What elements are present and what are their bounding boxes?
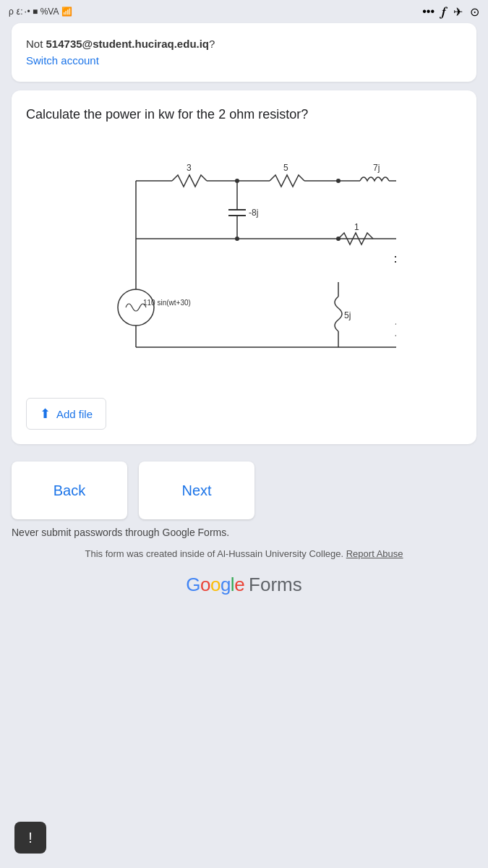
google-forms-logo: Google Forms	[12, 574, 476, 596]
svg-point-27	[118, 289, 154, 326]
svg-point-35	[235, 179, 239, 183]
svg-text:110 sin(wt+30): 110 sin(wt+30)	[143, 299, 191, 307]
top-bar-icons: ••• 𝒇 ✈ ⊙	[422, 4, 479, 20]
svg-point-36	[235, 237, 239, 241]
question-title: Calculate the power in kw for the 2 ohm …	[26, 105, 462, 124]
next-button[interactable]: Next	[139, 461, 254, 519]
status-text: ρ ٤:٠• ■ %VA	[9, 7, 59, 17]
google-text: Google	[186, 574, 244, 596]
add-file-button[interactable]: ⬆ Add file	[26, 398, 106, 430]
account-card: Not 514735@student.huciraq.edu.iq? Switc…	[12, 23, 476, 82]
camera-icon[interactable]: ⊙	[470, 5, 479, 19]
footer-warning: Never submit passwords through Google Fo…	[12, 527, 476, 538]
exclamation-icon: !	[28, 830, 33, 846]
svg-text:1: 1	[354, 222, 359, 232]
svg-point-37	[336, 179, 341, 183]
more-dots: •••	[422, 5, 435, 18]
chat-feedback-icon[interactable]: !	[14, 822, 46, 854]
account-not-text: Not 514735@student.huciraq.edu.iq?	[26, 38, 462, 50]
svg-point-38	[336, 237, 341, 241]
switch-account-link[interactable]: Switch account	[26, 54, 99, 67]
back-button[interactable]: Back	[12, 461, 127, 519]
send-icon[interactable]: ✈	[453, 5, 463, 19]
svg-text:5j: 5j	[344, 310, 351, 320]
status-left: ρ ٤:٠• ■ %VA 📶	[9, 7, 72, 17]
svg-text:5: 5	[283, 163, 288, 173]
svg-text:7j: 7j	[373, 163, 380, 173]
nav-buttons: Back Next	[0, 461, 488, 519]
page-container: Not 514735@student.huciraq.edu.iq? Switc…	[0, 23, 488, 459]
add-file-label: Add file	[56, 408, 93, 420]
svg-text:3: 3	[187, 163, 192, 173]
forms-text: Forms	[249, 574, 302, 596]
account-email: 514735@student.huciraq.edu.iq	[46, 38, 210, 50]
question-card: Calculate the power in kw for the 2 ohm …	[12, 90, 476, 444]
upload-icon: ⬆	[40, 406, 51, 422]
svg-text:-8j: -8j	[249, 208, 258, 218]
status-bar: ρ ٤:٠• ■ %VA 📶 ••• 𝒇 ✈ ⊙	[0, 0, 488, 23]
circuit-diagram: 3 5 7j	[93, 137, 396, 383]
circuit-container: 3 5 7j	[26, 137, 462, 383]
footer-info: This form was created inside of Al-Hussa…	[12, 547, 476, 562]
facebook-icon[interactable]: 𝒇	[442, 4, 446, 20]
footer-section: Never submit passwords through Google Fo…	[0, 519, 488, 596]
signal-icon: 📶	[61, 7, 72, 17]
report-abuse-link[interactable]: Report Abuse	[346, 548, 403, 559]
